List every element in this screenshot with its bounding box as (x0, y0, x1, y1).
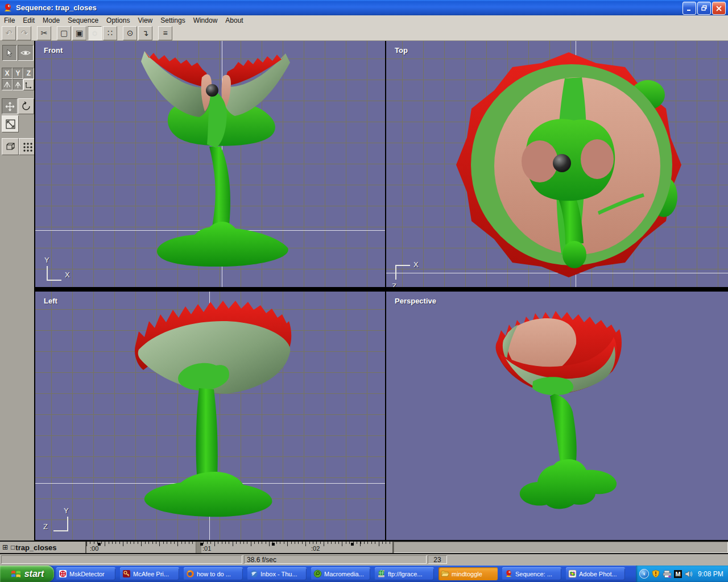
start-button[interactable]: start (0, 566, 54, 582)
viewport-top[interactable]: Top X Z (386, 41, 728, 287)
viewport-area: Front Y X Top X Z (34, 41, 728, 541)
dot-pattern-icon (22, 142, 33, 152)
rotate-all-button[interactable] (13, 79, 23, 90)
orbit-button[interactable]: ⊙ (123, 26, 137, 40)
solid-view-button[interactable]: ▣ (72, 26, 86, 40)
track-list-button[interactable]: ≡ (158, 26, 172, 40)
tree-expand-icon[interactable]: ⊞ (2, 543, 8, 551)
viewport-perspective[interactable]: Perspective (386, 292, 728, 540)
keyframe-marker[interactable] (98, 543, 101, 546)
undo-button[interactable]: ↶ (2, 26, 16, 40)
rotate-tool-button[interactable] (18, 98, 34, 114)
restore-button[interactable] (697, 2, 711, 15)
eye-icon (20, 49, 31, 56)
title-bar[interactable]: Sequence: trap_closes (0, 0, 728, 15)
points-mode-button[interactable]: ∷ (103, 26, 117, 40)
world-axes-button[interactable] (23, 79, 34, 90)
axis-z-button[interactable]: Z (23, 68, 34, 79)
cut-button[interactable]: ✂ (37, 26, 51, 40)
minimize-button[interactable] (682, 2, 696, 15)
timeline: ⊞ □ trap_closes :00 :01 :02 (0, 541, 728, 554)
task-label: how to do ... (197, 571, 231, 577)
dashed-circle-icon: ◌ (92, 28, 97, 38)
anim8or-icon (504, 569, 513, 578)
minimize-icon (686, 6, 692, 11)
task-adobe-photoshop[interactable]: Adobe Phot... (566, 567, 625, 580)
task-mskdetector[interactable]: MskDetector (56, 567, 115, 580)
points-grid-icon: ∷ (107, 28, 113, 38)
task-sequence-anim8or[interactable]: Sequence: ... (502, 567, 561, 580)
top-axis-z-label: Z (392, 282, 396, 287)
wire-view-button[interactable]: ▢ (57, 26, 71, 40)
axis-y-label: Y (15, 69, 20, 77)
timeline-ruler[interactable]: :00 :01 :02 (86, 542, 394, 553)
timeline-track-panel[interactable]: ⊞ □ trap_closes (0, 542, 86, 553)
solid-cube-icon: ▣ (76, 28, 83, 38)
axis-x-button[interactable]: X (2, 68, 13, 79)
task-mindtoggle[interactable]: mindtoggle (439, 567, 498, 580)
key-arrow-icon: ↴ (142, 28, 149, 38)
mcafee-m-icon[interactable]: M (674, 570, 682, 578)
tick-label-00: :00 (90, 545, 98, 552)
shaded-pattern-button[interactable] (19, 138, 36, 155)
menu-about[interactable]: About (221, 16, 247, 25)
fan-arrows-icon (3, 81, 11, 89)
task-label: MskDetector (69, 571, 105, 577)
rotate-bone-mode-button[interactable]: ◌ (88, 26, 102, 40)
ftp-globe-icon (377, 569, 386, 578)
fps-value: 38.6 f/sec (247, 556, 276, 564)
viewport-top-label: Top (395, 46, 408, 55)
left-axis-y-label: Y (64, 506, 69, 515)
rotate-fan-button[interactable] (2, 79, 13, 90)
select-tool-button[interactable] (2, 45, 17, 61)
front-axis-x-label: X (65, 271, 70, 279)
viewport-front[interactable]: Front Y X (35, 41, 385, 287)
firefox-icon (186, 569, 195, 578)
menu-sequence[interactable]: Sequence (64, 16, 102, 25)
visibility-tool-button[interactable] (18, 45, 34, 61)
viewport-left[interactable]: Left Y Z (35, 292, 385, 540)
keyframe-marker[interactable] (200, 543, 203, 546)
task-ftp[interactable]: ftp://lgrace... (375, 567, 434, 580)
task-macromedia[interactable]: Macromedia... (311, 567, 370, 580)
photoshop-icon (568, 569, 577, 578)
menu-options[interactable]: Options (102, 16, 134, 25)
add-key-button[interactable]: ↴ (138, 26, 152, 40)
mcafee-key-icon (122, 569, 131, 578)
cursor-arrow-icon (6, 49, 14, 57)
task-mcafee[interactable]: McAfee Pri... (120, 567, 179, 580)
track-checkbox-icon[interactable]: □ (11, 543, 15, 551)
windows-flag-icon (10, 568, 22, 580)
task-label: Adobe Phot... (579, 571, 617, 577)
menu-edit[interactable]: Edit (19, 16, 39, 25)
menu-settings[interactable]: Settings (156, 16, 189, 25)
flytrap-model-front (35, 41, 385, 287)
keyframe-marker[interactable] (351, 543, 354, 546)
close-button[interactable] (712, 2, 726, 15)
menu-window[interactable]: Window (189, 16, 222, 25)
viewport-left-label: Left (44, 297, 57, 305)
menu-mode[interactable]: Mode (39, 16, 64, 25)
folder-icon (441, 569, 449, 578)
redo-button[interactable]: ↷ (17, 26, 31, 40)
status-frame-panel: 23 (428, 555, 447, 564)
keyframe-marker[interactable] (272, 543, 275, 546)
axis-y-button[interactable]: Y (13, 68, 23, 79)
viewport-front-label: Front (44, 46, 63, 55)
wire-box-icon (5, 142, 16, 151)
volume-icon[interactable] (684, 569, 693, 579)
move-tool-button[interactable] (2, 98, 18, 114)
scale-tool-button[interactable] (2, 115, 19, 132)
clock: 9:08 PM (698, 570, 723, 578)
menu-view[interactable]: View (134, 16, 156, 25)
task-firefox[interactable]: how to do ... (184, 567, 243, 580)
menu-file[interactable]: File (0, 16, 19, 25)
hide-icons-chevron-icon[interactable]: ‹ (639, 569, 649, 579)
left-axis-z-label: Z (43, 522, 48, 531)
task-inbox-thunderbird[interactable]: Inbox - Thu... (247, 567, 307, 580)
printer-icon[interactable] (663, 569, 672, 579)
task-label: McAfee Pri... (133, 571, 169, 577)
bounding-box-button[interactable] (2, 138, 19, 155)
toolbar: ↶ ↷ ✂ ▢ ▣ ◌ ∷ ⊙ ↴ ≡ (0, 26, 728, 41)
security-shield-icon[interactable] (651, 569, 660, 579)
